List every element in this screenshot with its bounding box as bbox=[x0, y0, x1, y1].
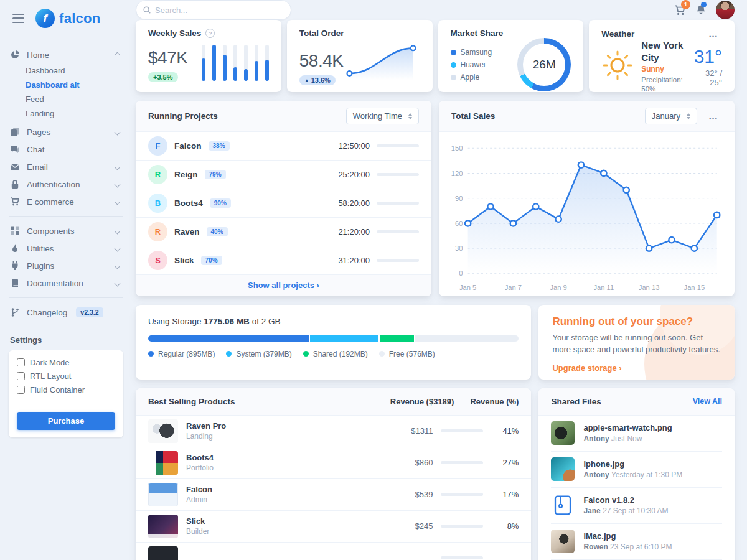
brand-logo[interactable]: f falcon bbox=[35, 9, 101, 28]
app-root: f falcon HomeDashboardDashboard altFeedL… bbox=[0, 0, 747, 560]
divider bbox=[9, 327, 123, 327]
product-thumbnail bbox=[148, 515, 178, 538]
sidebar-item-utilities[interactable]: Utilities bbox=[9, 240, 123, 257]
sidebar-item-feed[interactable]: Feed bbox=[26, 92, 123, 106]
product-name-link[interactable]: Boots4 bbox=[186, 453, 214, 462]
checkbox[interactable] bbox=[17, 372, 25, 380]
product-thumbnail bbox=[148, 419, 178, 443]
chevron-down-icon bbox=[115, 228, 121, 234]
file-row: iMac.jpgRowen 23 Sep at 6:10 PM bbox=[551, 524, 722, 560]
chevron-right-icon: › bbox=[619, 363, 621, 373]
checkbox[interactable] bbox=[17, 386, 25, 394]
setting-dark-mode[interactable]: Dark Mode bbox=[17, 358, 115, 367]
legend-dot bbox=[303, 351, 309, 357]
product-thumbnail bbox=[148, 451, 178, 475]
sidebar-item-authentication[interactable]: Authentication bbox=[9, 175, 123, 193]
product-revenue: $860 bbox=[384, 458, 433, 467]
sidebar-item-home[interactable]: Home bbox=[9, 46, 123, 63]
project-name-link[interactable]: Slick bbox=[174, 256, 194, 265]
svg-text:Jan 7: Jan 7 bbox=[505, 284, 522, 291]
month-select[interactable]: January bbox=[645, 108, 697, 124]
sidebar-item-dashboard-alt[interactable]: Dashboard alt bbox=[26, 78, 123, 92]
project-name-link[interactable]: Boots4 bbox=[174, 198, 203, 208]
sidebar-header: f falcon bbox=[9, 6, 123, 34]
view-all-link[interactable]: View All bbox=[693, 397, 722, 406]
file-name-link[interactable]: apple-smart-watch.png bbox=[583, 423, 672, 432]
purchase-button[interactable]: Purchase bbox=[17, 412, 115, 430]
product-name-link[interactable]: Slick bbox=[186, 516, 205, 526]
project-percent-badge: 40% bbox=[207, 227, 228, 236]
weather-precipitation: Precipitation: 50% bbox=[641, 75, 686, 92]
storage-legend-item: Free (576MB) bbox=[379, 350, 435, 358]
project-name-link[interactable]: Raven bbox=[174, 227, 200, 236]
total-order-card: Total Order 58.4K ▲13.6% bbox=[287, 20, 433, 92]
storage-legend-item: Shared (192MB) bbox=[303, 350, 368, 358]
file-name-link[interactable]: Falcon v1.8.2 bbox=[583, 495, 634, 505]
project-row: SSlick70%31:20:00 bbox=[136, 246, 431, 275]
ellipsis-menu-icon[interactable]: … bbox=[705, 29, 722, 39]
project-percent-badge: 70% bbox=[201, 256, 222, 265]
sun-icon bbox=[601, 49, 634, 83]
market-share-total: 26M bbox=[517, 38, 571, 91]
main-content: 1 Weekly Sales ? $47K +3.5% bbox=[132, 0, 747, 560]
search-input[interactable] bbox=[136, 0, 291, 20]
sidebar-item-components[interactable]: Components bbox=[9, 222, 123, 240]
setting-rtl-layout[interactable]: RTL Layout bbox=[17, 371, 115, 381]
svg-text:Jan 15: Jan 15 bbox=[684, 284, 705, 291]
file-thumbnail bbox=[551, 421, 575, 445]
product-progress bbox=[441, 493, 483, 496]
svg-text:60: 60 bbox=[455, 220, 463, 227]
product-name-link[interactable]: Falcon bbox=[186, 485, 212, 494]
chevron-down-icon bbox=[115, 129, 121, 135]
sidebar-item-email[interactable]: Email bbox=[9, 158, 123, 175]
sidebar-item-e-commerce[interactable]: E commerce bbox=[9, 193, 123, 210]
show-all-projects-link[interactable]: Show all projects › bbox=[248, 281, 319, 290]
product-category: Admin bbox=[186, 495, 376, 504]
product-name-link[interactable]: Raven Pro bbox=[186, 421, 226, 431]
file-name-link[interactable]: iphone.jpg bbox=[583, 459, 624, 469]
legend-dot bbox=[451, 75, 456, 80]
project-name-link[interactable]: Reign bbox=[174, 170, 198, 179]
product-category: Builder bbox=[186, 527, 376, 536]
file-name-link[interactable]: iMac.jpg bbox=[583, 531, 616, 541]
cart-icon[interactable]: 1 bbox=[674, 4, 686, 16]
weather-city: New York City bbox=[641, 39, 686, 63]
book-icon bbox=[10, 278, 21, 288]
bar bbox=[255, 45, 258, 81]
sidebar-item-documentation[interactable]: Documentation bbox=[9, 274, 123, 292]
product-revenue: $1311 bbox=[384, 426, 433, 436]
sidebar-item-plugins[interactable]: Plugins bbox=[9, 257, 123, 274]
bell-icon[interactable] bbox=[695, 4, 707, 16]
settings-heading: Settings bbox=[10, 335, 123, 345]
storage-segment-system bbox=[310, 335, 378, 342]
svg-text:Jan 5: Jan 5 bbox=[459, 284, 476, 291]
weekly-sales-value: $47K bbox=[148, 48, 187, 68]
user-avatar[interactable] bbox=[716, 1, 735, 19]
sidebar-item-changelog[interactable]: Changelogv2.3.2 bbox=[9, 304, 123, 321]
setting-fluid-container[interactable]: Fluid Container bbox=[17, 385, 115, 394]
checkbox[interactable] bbox=[17, 358, 25, 366]
working-time-select[interactable]: Working Time bbox=[346, 108, 419, 124]
sidebar-item-chat[interactable]: Chat bbox=[9, 141, 123, 158]
file-row: Falcon v1.8.2Jane 27 Sep at 10:30 AM bbox=[551, 488, 722, 524]
weekly-sales-bar-chart bbox=[202, 45, 269, 81]
ellipsis-menu-icon[interactable]: … bbox=[705, 111, 722, 121]
sidebar-item-pages[interactable]: Pages bbox=[9, 123, 123, 141]
divider bbox=[9, 40, 123, 40]
product-progress bbox=[441, 556, 483, 559]
sidebar-item-landing[interactable]: Landing bbox=[26, 106, 123, 121]
hamburger-menu-icon[interactable] bbox=[11, 12, 26, 25]
project-name-link[interactable]: Falcon bbox=[174, 141, 202, 151]
envelope-icon bbox=[10, 162, 21, 172]
svg-text:150: 150 bbox=[451, 144, 463, 152]
project-avatar: S bbox=[148, 251, 167, 270]
middle-row: Running Projects Working Time FFalcon38%… bbox=[136, 101, 735, 296]
project-avatar: R bbox=[148, 222, 167, 241]
sidebar-item-dashboard[interactable]: Dashboard bbox=[26, 63, 123, 78]
upgrade-storage-link[interactable]: Upgrade storage › bbox=[552, 363, 621, 373]
project-time: 21:20:00 bbox=[338, 227, 370, 236]
weekly-sales-title: Weekly Sales bbox=[148, 29, 201, 38]
chevron-down-icon bbox=[115, 164, 121, 170]
product-percent: 8% bbox=[491, 521, 519, 531]
help-icon[interactable]: ? bbox=[205, 29, 215, 38]
